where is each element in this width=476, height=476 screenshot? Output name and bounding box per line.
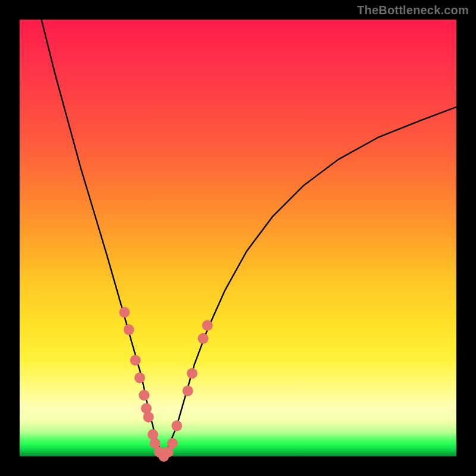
curve-marker xyxy=(183,386,193,396)
curve-marker xyxy=(130,355,141,366)
curve-marker xyxy=(139,390,149,400)
curve-marker xyxy=(202,320,213,331)
plot-area xyxy=(20,20,456,456)
curve-marker xyxy=(187,368,198,379)
watermark-text: TheBottleneck.com xyxy=(357,4,469,17)
marker-group xyxy=(119,307,212,462)
curve-marker xyxy=(119,307,130,318)
curve-marker xyxy=(143,412,154,422)
chart-frame: TheBottleneck.com xyxy=(0,0,476,476)
curve-marker xyxy=(171,421,182,431)
chart-overlay xyxy=(20,20,456,456)
curve-marker xyxy=(124,324,134,335)
curve-marker xyxy=(167,438,178,449)
curve-marker xyxy=(198,333,208,344)
curve-marker xyxy=(134,372,145,383)
bottleneck-curve xyxy=(42,20,456,456)
